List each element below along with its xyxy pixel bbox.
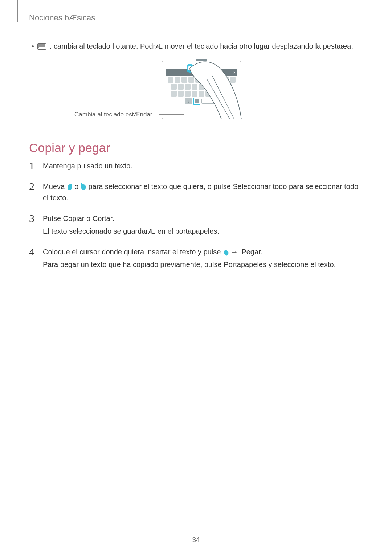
ordered-steps: 1 Mantenga pulsado un texto. 2 Mueva o p… xyxy=(29,160,363,280)
step-4: 4 Coloque el cursor donde quiera inserta… xyxy=(29,246,363,270)
text: para seleccionar el texto que quiera, o … xyxy=(88,182,233,190)
text: o xyxy=(74,182,81,190)
step-2: 2 Mueva o para seleccionar el texto que … xyxy=(29,181,363,204)
text: . xyxy=(261,248,263,256)
step-subtext: Para pegar un texto que ha copiado previ… xyxy=(43,259,363,270)
step-text: Mueva o para seleccionar el texto que qu… xyxy=(43,181,363,204)
bullet-dot xyxy=(32,45,34,47)
bullet-text: : cambia al teclado flotante. PodrÆ move… xyxy=(50,42,353,50)
callout-leader-line xyxy=(159,114,184,115)
keyboard-rows: ⇧ xyxy=(166,76,237,106)
text: y seleccione el texto. xyxy=(266,260,336,268)
shift-key-icon: ⇧ xyxy=(185,98,192,104)
figure-floating-keyboard: ⇧ Cambia al teclado estÆndar. xyxy=(147,61,256,119)
standard-keyboard-button-highlight xyxy=(193,98,200,105)
step-number: 1 xyxy=(29,160,36,171)
keyboard-icon xyxy=(37,43,46,50)
action-label: Portapapeles xyxy=(224,260,266,268)
spacebar-icon xyxy=(201,99,218,104)
text: o xyxy=(85,214,93,222)
side-rule xyxy=(17,0,18,22)
bullet-item: : cambia al teclado flotante. PodrÆ move… xyxy=(32,42,377,50)
keyboard-toolbar xyxy=(166,69,237,76)
action-label: Pegar xyxy=(240,248,261,256)
selection-handle-left-icon xyxy=(68,184,72,190)
selection-handle-right-icon xyxy=(81,184,86,190)
step-text: Pulse Copiar o Cortar. El texto seleccio… xyxy=(43,213,363,237)
text: Para pegar un texto que ha copiado previ… xyxy=(43,260,224,268)
action-label: Cortar xyxy=(93,214,112,222)
figure-callout-text: Cambia al teclado estÆndar. xyxy=(74,111,154,118)
text: Coloque el cursor donde quiera insertar … xyxy=(43,248,223,256)
text: Pulse xyxy=(43,214,63,222)
step-subtext: El texto seleccionado se guardarÆ en el … xyxy=(43,226,363,237)
step-text: Mantenga pulsado un texto. xyxy=(43,160,363,172)
page-header: Nociones bÆsicas xyxy=(29,13,95,22)
step-text: Coloque el cursor donde quiera insertar … xyxy=(43,246,363,270)
cursor-handle-icon xyxy=(223,249,229,256)
action-label: Seleccionar todo xyxy=(233,182,287,190)
text: Mueva xyxy=(43,182,67,190)
action-label: Copiar xyxy=(63,214,85,222)
text: . xyxy=(112,214,114,222)
keyboard: ⇧ xyxy=(166,69,237,116)
section-heading: Copiar y pegar xyxy=(29,141,110,155)
arrow-icon: → xyxy=(231,248,238,256)
step-number: 3 xyxy=(29,213,36,224)
page-number: 34 xyxy=(192,536,200,544)
step-number: 2 xyxy=(29,181,36,192)
device-screen: ⇧ xyxy=(162,61,241,119)
keyboard-drag-tab xyxy=(196,59,207,61)
step-1: 1 Mantenga pulsado un texto. xyxy=(29,160,363,172)
step-3: 3 Pulse Copiar o Cortar. El texto selecc… xyxy=(29,213,363,237)
step-number: 4 xyxy=(29,246,36,257)
